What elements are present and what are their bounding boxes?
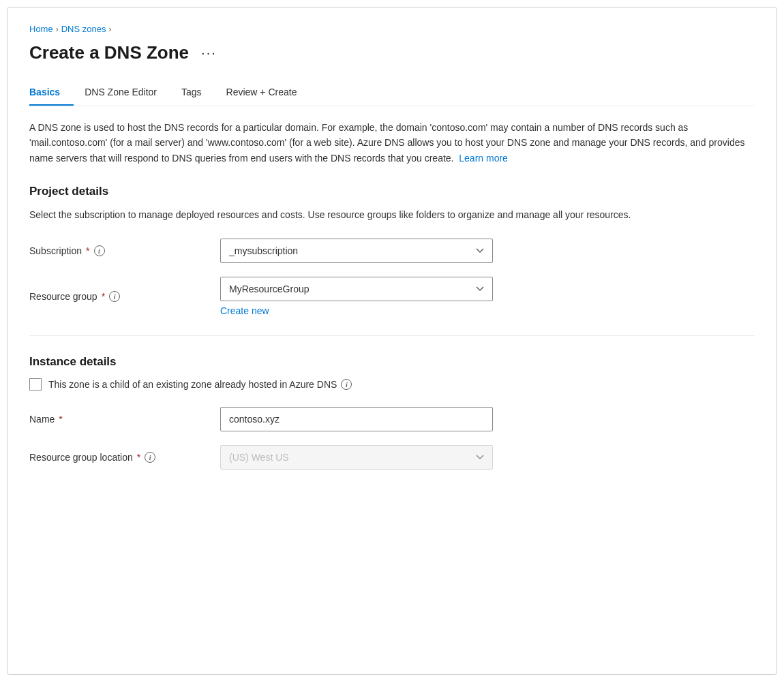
resource-group-control: MyResourceGroup Create new bbox=[220, 277, 493, 316]
name-required: * bbox=[59, 414, 62, 425]
tabs-container: Basics DNS Zone Editor Tags Review + Cre… bbox=[29, 80, 755, 106]
rg-location-info-icon[interactable]: i bbox=[145, 452, 155, 463]
tab-basics[interactable]: Basics bbox=[29, 80, 74, 106]
section-divider bbox=[29, 335, 755, 336]
subscription-control: _mysubscription bbox=[220, 239, 493, 263]
resource-group-info-icon[interactable]: i bbox=[109, 291, 120, 302]
subscription-required: * bbox=[86, 245, 89, 256]
page-title: Create a DNS Zone bbox=[29, 42, 189, 63]
breadcrumb-sep-2: › bbox=[108, 25, 111, 34]
resource-group-label: Resource group * i bbox=[29, 291, 220, 302]
more-options-button[interactable]: ··· bbox=[197, 44, 221, 62]
subscription-label: Subscription * i bbox=[29, 245, 220, 256]
breadcrumb-sep-1: › bbox=[56, 25, 59, 34]
name-label: Name * bbox=[29, 414, 220, 425]
learn-more-link[interactable]: Learn more bbox=[459, 153, 508, 164]
resource-group-location-label: Resource group location * i bbox=[29, 452, 220, 463]
breadcrumb-home[interactable]: Home bbox=[29, 24, 53, 34]
child-zone-checkbox[interactable] bbox=[29, 378, 42, 391]
subscription-row: Subscription * i _mysubscription bbox=[29, 239, 755, 263]
instance-details-section: Instance details This zone is a child of… bbox=[29, 355, 755, 470]
tab-dns-zone-editor[interactable]: DNS Zone Editor bbox=[85, 80, 170, 106]
instance-details-title: Instance details bbox=[29, 355, 755, 369]
name-input[interactable] bbox=[220, 407, 493, 431]
create-new-link[interactable]: Create new bbox=[220, 305, 269, 316]
resource-group-row: Resource group * i MyResourceGroup Creat… bbox=[29, 277, 755, 316]
project-details-subtitle: Select the subscription to manage deploy… bbox=[29, 208, 745, 222]
tab-review-create[interactable]: Review + Create bbox=[226, 80, 311, 106]
resource-group-location-row: Resource group location * i (US) West US bbox=[29, 445, 755, 470]
rg-location-control: (US) West US bbox=[220, 445, 493, 470]
tab-tags[interactable]: Tags bbox=[181, 80, 215, 106]
name-row: Name * bbox=[29, 407, 755, 431]
subscription-info-icon[interactable]: i bbox=[94, 245, 105, 256]
name-control bbox=[220, 407, 493, 431]
subscription-dropdown[interactable]: _mysubscription bbox=[220, 239, 493, 263]
rg-location-dropdown: (US) West US bbox=[220, 445, 493, 470]
resource-group-dropdown[interactable]: MyResourceGroup bbox=[220, 277, 493, 301]
child-zone-info-icon[interactable]: i bbox=[341, 379, 352, 390]
resource-group-required: * bbox=[102, 291, 105, 302]
breadcrumb: Home › DNS zones › bbox=[29, 24, 755, 34]
project-details-section: Project details Select the subscription … bbox=[29, 185, 755, 316]
child-zone-label: This zone is a child of an existing zone… bbox=[48, 379, 352, 390]
child-zone-row: This zone is a child of an existing zone… bbox=[29, 378, 755, 391]
rg-location-required: * bbox=[137, 452, 140, 463]
description-body: A DNS zone is used to host the DNS recor… bbox=[29, 122, 744, 164]
breadcrumb-dns-zones[interactable]: DNS zones bbox=[61, 24, 106, 34]
description-text: A DNS zone is used to host the DNS recor… bbox=[29, 120, 745, 166]
project-details-title: Project details bbox=[29, 185, 755, 198]
